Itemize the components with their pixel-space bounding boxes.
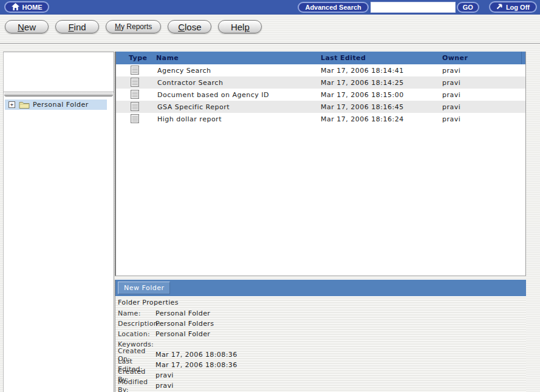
- go-button[interactable]: GO: [457, 2, 479, 13]
- property-value: pravi: [156, 371, 174, 379]
- column-header-type[interactable]: Type: [116, 52, 152, 64]
- property-row: Created By: pravi: [115, 370, 526, 380]
- folder-properties-title: Folder Properties: [115, 299, 526, 308]
- report-last-edited: Mar 17, 2006 18:16:45: [319, 101, 440, 113]
- advanced-search-button[interactable]: Advanced Search: [298, 2, 368, 13]
- toolbar-divider: [0, 43, 540, 44]
- property-label: Name:: [115, 309, 156, 317]
- search-input[interactable]: [371, 2, 456, 13]
- advanced-search-label: Advanced Search: [305, 4, 361, 11]
- new-button[interactable]: New: [5, 20, 49, 33]
- report-owner: pravi: [440, 64, 522, 76]
- find-label-key: F: [68, 22, 73, 32]
- my-reports-button[interactable]: My Reports: [106, 20, 161, 33]
- report-list-panel: Type Name Last Edited Owner Agency Searc…: [115, 52, 526, 276]
- report-name: Document based on Agency ID: [152, 89, 319, 101]
- report-owner: pravi: [440, 89, 522, 101]
- property-label: Modified By:: [115, 378, 156, 392]
- property-value: Personal Folders: [156, 320, 214, 328]
- my-reports-label-key: M: [115, 22, 121, 31]
- new-label-key: N: [18, 22, 24, 32]
- report-type-icon: [116, 76, 152, 89]
- help-button[interactable]: Help: [218, 20, 262, 33]
- property-row: Last Edited: Mar 17, 2006 18:08:36: [115, 360, 526, 370]
- property-row: Created On: Mar 17, 2006 18:08:36: [115, 350, 526, 360]
- property-value: Mar 17, 2006 18:08:36: [156, 351, 238, 359]
- report-last-edited: Mar 17, 2006 18:15:00: [319, 89, 440, 101]
- table-row[interactable]: High dollar report Mar 17, 2006 18:16:24…: [116, 113, 525, 125]
- topbar-right-group: Advanced Search GO Log Off: [298, 1, 537, 13]
- help-label-key: p: [244, 22, 249, 32]
- column-header-spacer: [522, 52, 525, 64]
- tree-item-label: Personal Folder: [33, 101, 89, 109]
- sidebar-top-panel: [4, 52, 114, 92]
- report-last-edited: Mar 17, 2006 18:14:41: [319, 64, 440, 76]
- toolbar: New Find My Reports Close Help: [0, 20, 262, 36]
- property-row: Location: Personal Folder: [115, 329, 526, 339]
- home-button[interactable]: HOME: [4, 1, 49, 13]
- close-label-post: lose: [185, 22, 202, 32]
- column-header-name[interactable]: Name: [152, 52, 319, 64]
- sidebar-splitter-handle[interactable]: [4, 92, 113, 96]
- property-value: Personal Folder: [156, 330, 210, 338]
- my-reports-label-post: y Reports: [121, 22, 152, 31]
- report-name: GSA Specific Report: [152, 101, 319, 113]
- property-value: pravi: [156, 382, 174, 390]
- report-owner: pravi: [440, 101, 522, 113]
- table-header: Type Name Last Edited Owner: [116, 52, 525, 64]
- table-row[interactable]: Document based on Agency ID Mar 17, 2006…: [116, 89, 525, 101]
- report-type-icon: [116, 64, 152, 76]
- report-owner: pravi: [440, 76, 522, 89]
- property-value: Mar 17, 2006 18:08:36: [156, 361, 238, 369]
- find-label-post: ind: [74, 22, 86, 32]
- report-name: High dollar report: [152, 113, 319, 125]
- logoff-button[interactable]: Log Off: [489, 1, 537, 13]
- home-icon: [12, 3, 19, 12]
- top-navigation-bar: HOME Advanced Search GO Log Off: [0, 0, 540, 15]
- property-row: Name: Personal Folder: [115, 308, 526, 319]
- find-button[interactable]: Find: [55, 20, 99, 33]
- table-row[interactable]: GSA Specific Report Mar 17, 2006 18:16:4…: [116, 101, 525, 113]
- app-window: HOME Advanced Search GO Log Off New Find: [0, 0, 540, 392]
- property-row: Modified By: pravi: [115, 380, 526, 391]
- tree-item-personal-folder[interactable]: + Personal Folder: [5, 100, 107, 110]
- report-owner: pravi: [440, 113, 522, 125]
- tree-expander-plus-icon[interactable]: +: [9, 101, 15, 108]
- new-folder-button[interactable]: New Folder: [118, 282, 170, 294]
- property-row: Description: Personal Folders: [115, 319, 526, 329]
- folder-action-bar: New Folder: [115, 280, 526, 296]
- column-header-owner[interactable]: Owner: [440, 52, 522, 64]
- close-label-key: C: [178, 22, 185, 32]
- logoff-label: Log Off: [506, 4, 530, 11]
- folder-properties-panel: Folder Properties Name: Personal Folder …: [115, 296, 526, 392]
- report-last-edited: Mar 17, 2006 18:16:24: [319, 113, 440, 125]
- report-name: Contractor Search: [152, 76, 319, 89]
- property-label: Location:: [115, 330, 156, 338]
- report-type-icon: [116, 113, 152, 125]
- folder-tree-panel: + Personal Folder: [3, 52, 114, 392]
- logoff-arrow-icon: [496, 3, 503, 11]
- report-name: Agency Search: [152, 64, 319, 76]
- property-value: Personal Folder: [156, 309, 210, 317]
- table-row[interactable]: Agency Search Mar 17, 2006 18:14:41 prav…: [116, 64, 525, 76]
- close-button[interactable]: Close: [168, 20, 211, 33]
- table-row[interactable]: Contractor Search Mar 17, 2006 18:14:25 …: [116, 76, 525, 89]
- new-label-post: ew: [24, 22, 36, 32]
- report-type-icon: [116, 101, 152, 113]
- property-row: Keywords:: [115, 339, 526, 350]
- column-header-last-edited[interactable]: Last Edited: [319, 52, 440, 64]
- property-label: Description:: [115, 320, 156, 328]
- report-last-edited: Mar 17, 2006 18:14:25: [319, 76, 440, 89]
- folder-icon: [19, 101, 30, 109]
- report-type-icon: [116, 89, 152, 101]
- help-label-pre: Hel: [231, 22, 245, 32]
- home-label: HOME: [22, 4, 43, 11]
- go-label: GO: [463, 4, 473, 11]
